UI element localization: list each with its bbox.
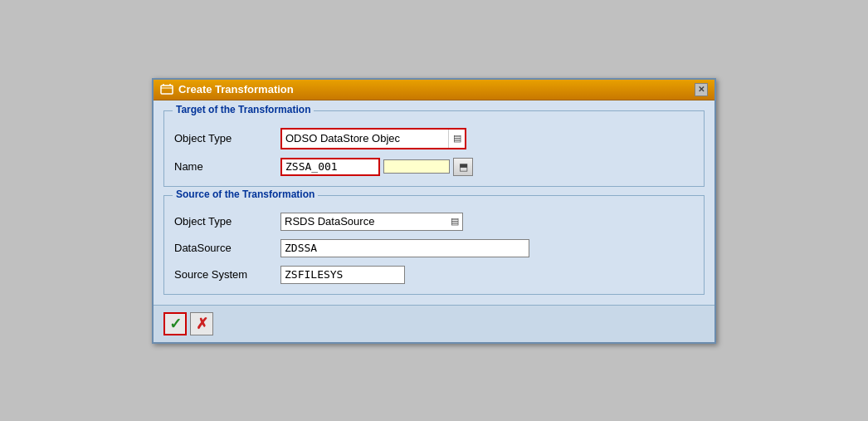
source-section: Source of the Transformation Object Type… xyxy=(163,195,705,295)
window-title: Create Transformation xyxy=(178,83,294,95)
target-name-picker-button[interactable]: ⬒ xyxy=(453,158,473,176)
target-object-type-field: ▤ xyxy=(280,128,466,149)
footer: ✓ ✗ xyxy=(154,305,714,342)
source-system-input[interactable] xyxy=(280,266,405,284)
source-datasource-field xyxy=(280,239,529,257)
source-object-type-label: Object Type xyxy=(174,215,274,228)
source-system-label: Source System xyxy=(174,268,274,281)
target-object-type-input-wrapper: ▤ xyxy=(280,128,466,149)
target-object-type-picker-button[interactable]: ▤ xyxy=(448,130,465,148)
target-name-input[interactable] xyxy=(280,158,380,176)
create-transformation-window: Create Transformation ✕ Target of the Tr… xyxy=(152,78,716,344)
source-object-type-input-wrapper: RSDS DataSource ▤ xyxy=(280,213,463,231)
cancel-icon: ✗ xyxy=(196,316,208,331)
title-bar: Create Transformation ✕ xyxy=(154,80,714,100)
title-bar-left: Create Transformation xyxy=(160,83,294,95)
target-object-type-input[interactable] xyxy=(282,130,448,148)
target-name-field: ⬒ xyxy=(280,158,473,176)
target-section-title: Target of the Transformation xyxy=(173,104,314,115)
window-icon xyxy=(160,84,173,95)
target-section: Target of the Transformation Object Type… xyxy=(163,110,705,187)
confirm-button[interactable]: ✓ xyxy=(163,312,187,335)
source-object-type-field: RSDS DataSource ▤ xyxy=(280,213,463,231)
source-object-type-row: Object Type RSDS DataSource ▤ xyxy=(174,213,694,231)
target-object-type-label: Object Type xyxy=(174,132,274,144)
source-object-type-text: RSDS DataSource xyxy=(285,215,447,228)
source-object-type-doc-icon: ▤ xyxy=(451,216,459,227)
source-system-field xyxy=(280,266,405,284)
source-datasource-input[interactable] xyxy=(280,239,529,257)
source-system-row: Source System xyxy=(174,266,694,284)
window-body: Target of the Transformation Object Type… xyxy=(154,100,714,305)
source-datasource-label: DataSource xyxy=(174,242,274,254)
target-object-type-row: Object Type ▤ xyxy=(174,128,694,149)
confirm-icon: ✓ xyxy=(169,316,182,331)
target-object-type-doc-icon: ▤ xyxy=(453,133,461,144)
close-button[interactable]: ✕ xyxy=(695,83,708,96)
source-section-title: Source of the Transformation xyxy=(173,188,318,200)
svg-rect-0 xyxy=(161,86,173,94)
target-name-row: Name ⬒ xyxy=(174,158,694,176)
source-datasource-row: DataSource xyxy=(174,239,694,257)
target-name-doc-icon: ⬒ xyxy=(459,161,468,173)
target-name-label: Name xyxy=(174,160,274,173)
target-name-secondary-input[interactable] xyxy=(383,159,450,174)
cancel-button[interactable]: ✗ xyxy=(190,312,213,335)
